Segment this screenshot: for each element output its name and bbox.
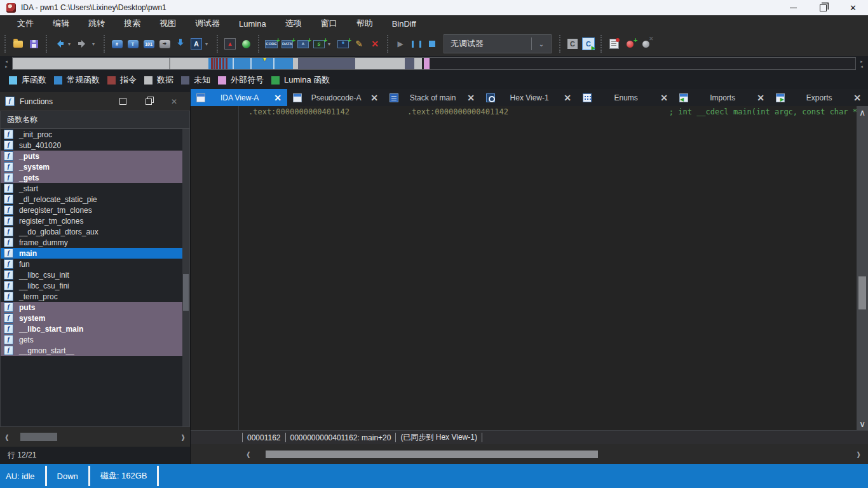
functions-hscrollbar[interactable]: ‹ ›: [0, 427, 190, 447]
navband-segment[interactable]: [424, 58, 430, 69]
function-list-item[interactable]: fderegister_tm_clones: [1, 205, 189, 215]
create-struct-menu[interactable]: ▾: [328, 37, 334, 51]
binoculars-t-icon[interactable]: T: [126, 37, 140, 51]
log-book-icon[interactable]: [607, 37, 621, 51]
create-string-icon[interactable]: A+: [296, 37, 310, 51]
scrollbar-thumb[interactable]: [266, 451, 598, 458]
navband-segment[interactable]: [355, 58, 405, 69]
tab-close-icon[interactable]: ✕: [467, 93, 475, 103]
green-sphere-icon[interactable]: [239, 37, 253, 51]
functions-vscrollbar[interactable]: [182, 129, 189, 426]
scroll-right-icon[interactable]: ›: [857, 445, 860, 464]
disassembly-view[interactable]: .text:0000000000401142.text:000000000040…: [191, 106, 868, 430]
function-list-item[interactable]: fgets: [1, 334, 189, 345]
tab-close-icon[interactable]: ✕: [370, 93, 378, 103]
function-list-item[interactable]: fmain: [1, 248, 189, 259]
tab-ida-view-a[interactable]: IDA View-A✕: [191, 89, 287, 106]
tab-close-icon[interactable]: ✕: [564, 93, 571, 103]
function-list-item[interactable]: f_system: [1, 161, 189, 172]
save-icon[interactable]: [27, 37, 41, 51]
tab-imports[interactable]: Imports✕: [674, 89, 770, 106]
down-arrow-icon[interactable]: [173, 37, 187, 51]
menu-item[interactable]: 视图: [150, 15, 186, 32]
letter-a-menu[interactable]: ▾: [205, 37, 212, 51]
navband-scroll-right[interactable]: ▸◂: [858, 59, 865, 69]
tab-enums[interactable]: Enums✕: [577, 89, 674, 106]
binoculars-next-icon[interactable]: ➔: [158, 37, 172, 51]
menu-item[interactable]: 帮助: [347, 15, 383, 32]
function-list-item[interactable]: f__gmon_start__: [1, 345, 189, 356]
create-code-icon[interactable]: CODE+: [264, 37, 278, 51]
function-list-item[interactable]: f__do_global_dtors_aux: [1, 226, 189, 237]
function-list-item[interactable]: f_term_proc: [1, 291, 189, 302]
back-arrow-menu[interactable]: ▾: [68, 37, 74, 51]
function-list-item[interactable]: f_dl_relocate_static_pie: [1, 194, 189, 205]
navband-segment[interactable]: ▼: [208, 58, 293, 69]
function-list-item[interactable]: f__libc_csu_fini: [1, 280, 189, 291]
scroll-left-icon[interactable]: ‹: [247, 445, 250, 464]
function-list-item[interactable]: f__libc_start_main: [1, 323, 189, 334]
menu-item[interactable]: 跳转: [79, 15, 114, 32]
open-folder-icon[interactable]: [11, 37, 25, 51]
stop-icon[interactable]: [425, 37, 439, 51]
scroll-left-icon[interactable]: ‹: [5, 428, 9, 447]
tab-close-icon[interactable]: ✕: [274, 93, 281, 103]
create-array-icon[interactable]: *+: [336, 37, 350, 51]
scrollbar-thumb[interactable]: [183, 274, 189, 311]
menu-item[interactable]: 搜索: [114, 15, 150, 32]
function-list-item[interactable]: f_gets: [1, 172, 189, 183]
scroll-right-icon[interactable]: ›: [181, 428, 185, 447]
scrollbar-thumb[interactable]: [20, 433, 57, 441]
menu-item[interactable]: 文件: [8, 15, 43, 32]
breakpoint-add-icon[interactable]: +: [623, 37, 637, 51]
scroll-down-icon[interactable]: ∨: [857, 419, 868, 429]
navband-segment[interactable]: [414, 58, 422, 69]
back-arrow-icon[interactable]: [52, 37, 66, 51]
disassembly-hscrollbar[interactable]: ‹ ›: [191, 444, 868, 464]
function-list-item[interactable]: fsub_401020: [1, 140, 189, 151]
function-list-item[interactable]: f_start: [1, 183, 189, 194]
minimize-button[interactable]: [778, 0, 808, 15]
function-list-item[interactable]: ffun: [1, 259, 189, 269]
function-list-item[interactable]: fregister_tm_clones: [1, 215, 189, 226]
navband-segment[interactable]: [13, 58, 169, 69]
create-data-icon[interactable]: DATA+: [280, 37, 294, 51]
tab-pseudocode-a[interactable]: Pseudocode-A✕: [287, 89, 384, 106]
close-button[interactable]: ✕: [838, 0, 868, 15]
function-list-item[interactable]: fputs: [1, 302, 189, 313]
navband-segment[interactable]: [293, 58, 298, 69]
attach-c-icon[interactable]: C: [566, 37, 580, 51]
navband-scroll-left[interactable]: ◂▸: [3, 59, 10, 69]
menu-item[interactable]: BinDiff: [383, 15, 426, 32]
panel-maximize-button[interactable]: [119, 98, 126, 105]
panel-close-button[interactable]: ✕: [171, 97, 177, 106]
function-list-item[interactable]: f_init_proc: [1, 129, 189, 140]
problem-triangle-icon[interactable]: ▲: [223, 37, 237, 51]
debugger-selector[interactable]: 无调试器⌄: [444, 34, 552, 53]
disassembly-line[interactable]: .text:0000000000401142: [191, 107, 349, 116]
pause-icon[interactable]: [409, 37, 423, 51]
scroll-up-icon[interactable]: ∧: [857, 107, 868, 118]
menu-item[interactable]: Lumina: [229, 15, 276, 32]
scrollbar-thumb[interactable]: [858, 276, 866, 309]
function-list-item[interactable]: fsystem: [1, 313, 189, 323]
tab-hex-view-1[interactable]: Hex View-1✕: [480, 89, 577, 106]
function-list-item[interactable]: f_puts: [1, 151, 189, 161]
functions-panel-header[interactable]: f Functions ✕: [0, 92, 190, 111]
panel-float-button[interactable]: [146, 98, 152, 105]
binoculars-101-icon[interactable]: 101: [142, 37, 156, 51]
menu-item[interactable]: 窗口: [311, 15, 347, 32]
menu-item[interactable]: 调试器: [186, 15, 229, 32]
function-list-item[interactable]: fframe_dummy: [1, 237, 189, 248]
tab-stack-of-main[interactable]: Stack of main✕: [384, 89, 480, 106]
functions-column-header[interactable]: 函数名称: [0, 111, 190, 128]
letter-a-icon[interactable]: A: [189, 37, 203, 51]
create-struct-icon[interactable]: s+: [312, 37, 326, 51]
edit-pencil-icon[interactable]: ✎: [352, 37, 366, 51]
function-list-item[interactable]: f__libc_csu_init: [1, 269, 189, 280]
tab-close-icon[interactable]: ✕: [757, 93, 764, 103]
breakpoint-delete-icon[interactable]: ✕: [639, 37, 653, 51]
forward-arrow-icon[interactable]: [76, 37, 90, 51]
disassembly-line[interactable]: .text:0000000000401142 ; int __cdecl mai…: [349, 107, 857, 116]
tab-close-icon[interactable]: ✕: [660, 93, 668, 103]
